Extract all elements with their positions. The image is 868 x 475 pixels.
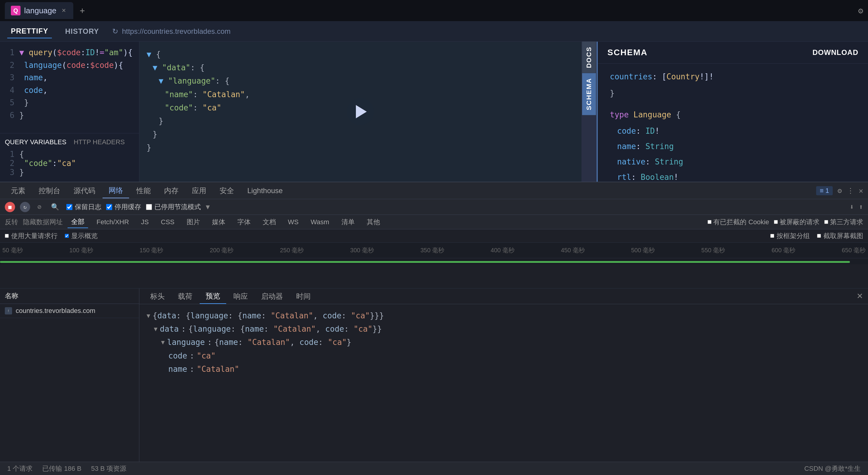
group-by-frame-checkbox[interactable]: 按框架分组 — [770, 232, 810, 240]
network-opts-left: 使用大量请求行 显示概览 — [5, 232, 98, 240]
filter-css[interactable]: CSS — [157, 217, 178, 227]
download-button[interactable]: DOWNLOAD — [812, 48, 858, 57]
schema-panel: SCHEMA DOWNLOAD countries: [Country!]! }… — [596, 42, 868, 182]
detail-tab-headers[interactable]: 标头 — [144, 289, 171, 304]
app-toolbar: PRETTIFY HISTORY ↻ https://countries.tre… — [0, 21, 868, 42]
schema-header: SCHEMA DOWNLOAD — [598, 42, 868, 64]
schema-language-name: name: String — [610, 140, 856, 154]
query-variables-area: QUERY VARIABLES HTTP HEADERS 1{ 2 "code"… — [0, 133, 139, 182]
throttle-dropdown-icon[interactable]: ▼ — [206, 203, 210, 211]
gear-icon[interactable]: ⚙ — [858, 6, 863, 16]
detail-tab-response[interactable]: 响应 — [227, 289, 254, 304]
devtools-settings-icon[interactable]: ⚙ — [838, 186, 842, 195]
import-icon[interactable]: ⬇ — [849, 203, 854, 211]
browser-tab[interactable]: Q language ✕ — [5, 2, 73, 19]
screenshot-checkbox[interactable]: 截取屏幕截图 — [817, 232, 863, 240]
devtools-tab-application[interactable]: 应用 — [186, 183, 212, 198]
filter-media[interactable]: 媒体 — [208, 216, 229, 228]
filter-js[interactable]: JS — [137, 217, 153, 227]
network-item-countries[interactable]: f countries.trevorblades.com — [0, 304, 139, 318]
devtools-tab-console[interactable]: 控制台 — [33, 183, 66, 198]
refresh-icon[interactable]: ↻ — [112, 27, 118, 36]
detail-tab-timing[interactable]: 时间 — [290, 289, 317, 304]
detail-tab-initiator[interactable]: 启动器 — [255, 289, 289, 304]
vars-line-3: 3} — [5, 168, 134, 177]
network-opts-right: 按框架分组 截取屏幕截图 — [770, 232, 863, 240]
main-area: 1▼ query($code:ID!="am"){ 2 language(cod… — [0, 42, 868, 182]
docs-tab[interactable]: DOCS — [582, 42, 596, 73]
schema-language-native: native: String — [610, 155, 856, 169]
tab-close-button[interactable]: ✕ — [60, 7, 67, 14]
preserve-log-checkbox[interactable]: 保留日志 — [66, 203, 101, 212]
blocked-requests-checkbox[interactable]: 被屏蔽的请求 — [774, 217, 819, 227]
history-button[interactable]: HISTORY — [62, 25, 102, 38]
overview-checkbox[interactable]: 显示概览 — [65, 232, 98, 240]
json-tree-line-5: name: "Catalan" — [147, 362, 861, 376]
filter-manifest[interactable]: 清单 — [338, 216, 358, 228]
devtools-tab-network[interactable]: 网络 — [102, 183, 129, 198]
detail-tab-payload[interactable]: 载荷 — [172, 289, 198, 304]
devtools-badge: ≡ 1 — [816, 186, 833, 195]
devtools-tab-performance[interactable]: 性能 — [130, 183, 157, 198]
query-editor[interactable]: 1▼ query($code:ID!="am"){ 2 language(cod… — [0, 42, 139, 133]
new-tab-button[interactable]: + — [76, 4, 89, 17]
devtools-more-icon[interactable]: ⋮ — [847, 186, 854, 195]
filter-other[interactable]: 其他 — [363, 216, 384, 228]
devtools-tab-memory[interactable]: 内存 — [158, 183, 185, 198]
export-icon[interactable]: ⬆ — [859, 203, 863, 211]
detail-close-button[interactable]: ✕ — [857, 292, 863, 301]
devtools-refresh-button[interactable]: ↻ — [20, 202, 30, 212]
filter-ws[interactable]: WS — [284, 217, 302, 227]
filter-invert[interactable]: 反转 — [5, 217, 18, 227]
filter-img[interactable]: 图片 — [183, 216, 204, 228]
schema-language-code: code: ID! — [610, 124, 856, 138]
json-expand-3[interactable]: ▼ — [161, 337, 165, 347]
schema-content: countries: [Country!]! } type Language {… — [598, 64, 868, 182]
network-table: 名称 f countries.trevorblades.com 标头 载荷 预览… — [0, 289, 868, 462]
devtools-close-icon[interactable]: ✕ — [859, 186, 863, 195]
network-waterfall-rows — [0, 264, 868, 289]
devtools-stop-button[interactable]: ■ — [5, 202, 15, 212]
http-headers-tab[interactable]: HTTP HEADERS — [73, 138, 125, 146]
filter-fetch-xhr[interactable]: Fetch/XHR — [93, 217, 133, 227]
schema-language-rtl: rtl: Boolean! — [610, 170, 856, 182]
devtools-search-icon[interactable]: 🔍 — [49, 202, 62, 212]
disable-cache-checkbox[interactable]: 停用缓存 — [106, 203, 141, 212]
schema-tab[interactable]: SCHEMA — [582, 73, 596, 115]
result-line-1: ▼ { — [147, 48, 574, 61]
devtools-tab-elements[interactable]: 元素 — [5, 183, 31, 198]
third-party-checkbox[interactable]: 第三方请求 — [824, 217, 863, 227]
detail-content: ▼ {data: {language: {name: "Catalan", co… — [140, 304, 868, 381]
filter-doc[interactable]: 文档 — [259, 216, 280, 228]
detail-tab-preview[interactable]: 预览 — [200, 289, 226, 304]
overview-label: 显示概览 — [71, 232, 98, 240]
schema-title: SCHEMA — [608, 48, 648, 57]
network-item-icon: f — [5, 307, 12, 315]
json-expand-2[interactable]: ▼ — [154, 324, 157, 334]
devtools-status-bar: 1 个请求 已传输 186 B 53 B 项资源 CSDN @勇敢*生生 — [0, 462, 868, 475]
json-expand-1[interactable]: ▼ — [147, 310, 150, 321]
large-rows-checkbox[interactable]: 使用大量请求行 — [5, 232, 58, 240]
network-options: 使用大量请求行 显示概览 按框架分组 截取屏幕截图 — [0, 229, 868, 243]
query-line-2: 2 language(code:$code){ — [5, 59, 134, 72]
devtools-tab-security[interactable]: 安全 — [214, 183, 240, 198]
query-variables-tab[interactable]: QUERY VARIABLES — [5, 138, 66, 146]
devtools-filter-icon[interactable]: ⊘ — [35, 202, 44, 212]
query-line-6: 6} — [5, 109, 134, 122]
devtools-panel: 元素 控制台 源代码 网络 性能 内存 应用 安全 Lighthouse ≡ 1… — [0, 182, 868, 475]
timeline-area: 50 毫秒 100 毫秒 150 毫秒 200 毫秒 250 毫秒 300 毫秒… — [0, 243, 868, 258]
preserve-log-label: 保留日志 — [75, 203, 101, 212]
devtools-tab-lighthouse[interactable]: Lighthouse — [241, 184, 289, 197]
query-panel: 1▼ query($code:ID!="am"){ 2 language(cod… — [0, 42, 140, 182]
blocked-cookies-checkbox[interactable]: 有已拦截的 Cookie — [708, 217, 769, 227]
filter-font[interactable]: 字体 — [234, 216, 254, 228]
detail-panel: 标头 载荷 预览 响应 启动器 时间 ✕ ▼ {data: {language:… — [140, 289, 868, 462]
devtools-tab-sources[interactable]: 源代码 — [67, 183, 101, 198]
svg-text:f: f — [8, 309, 9, 313]
filter-wasm[interactable]: Wasm — [307, 217, 333, 227]
play-button[interactable] — [347, 98, 374, 125]
prettify-button[interactable]: PRETTIFY — [7, 25, 52, 38]
filter-hide-data-urls[interactable]: 隐藏数据网址 — [23, 217, 63, 227]
filter-all[interactable]: 全部 — [67, 216, 88, 228]
offline-mode-checkbox[interactable]: 已停用节流模式 — [146, 203, 201, 212]
